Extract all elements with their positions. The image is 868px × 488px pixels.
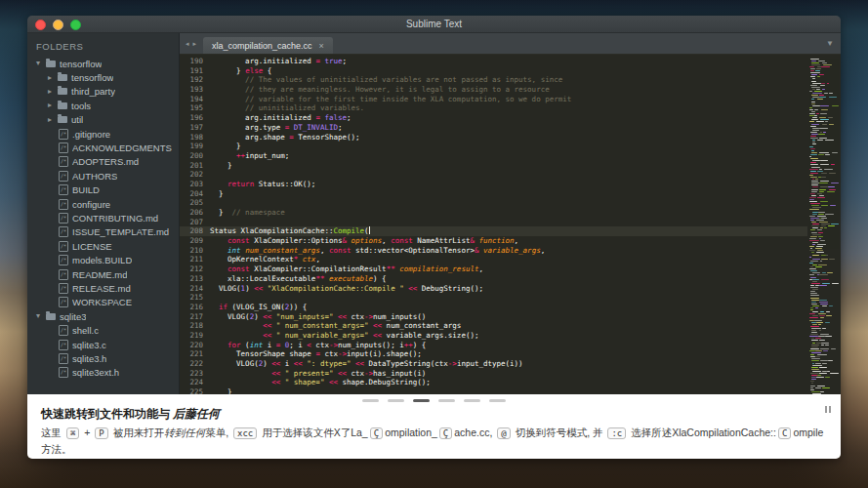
line-text: // The values of uninitialized variables… [210, 75, 562, 85]
code-line-194[interactable]: 194 // variable for the first time insid… [180, 95, 807, 104]
code-line-199[interactable]: 199 } [180, 142, 807, 151]
sidebar-file-BUILD[interactable]: /*BUILD [27, 183, 179, 197]
sidebar-file-WORKSPACE[interactable]: /*WORKSPACE [27, 296, 179, 309]
sidebar-file-models.BUILD[interactable]: /*models.BUILD [27, 253, 179, 266]
sidebar-file-ADOPTERS.md[interactable]: /*ADOPTERS.md [27, 155, 179, 169]
line-number: 210 [180, 246, 210, 256]
line-number: 221 [180, 349, 210, 359]
tutorial-title-emphasis: 后藤任何 [173, 407, 220, 421]
tree-item-label: RELEASE.md [72, 283, 131, 294]
code-line-211[interactable]: 211 OpKernelContext* ctx, [180, 255, 807, 264]
code-line-202[interactable]: 202 [180, 170, 807, 180]
sidebar-file-sqlite3.c[interactable]: /*sqlite3.c [27, 338, 179, 351]
tab-scroll-right-icon[interactable]: ▸ [193, 40, 197, 48]
code-line-190[interactable]: 190 arg.initialized = true; [180, 57, 807, 66]
tab-scroll-left-icon[interactable]: ◂ [186, 40, 189, 48]
code-line-197[interactable]: 197 arg.type = DT_INVALID; [180, 123, 807, 133]
code-line-201[interactable]: 201 } [180, 161, 807, 171]
code-line-209[interactable]: 209 const XlaCompiler::Options& options,… [180, 236, 807, 246]
tab-overflow-icon[interactable]: ▼ [826, 39, 834, 48]
line-number: 190 [180, 57, 210, 66]
file-icon: /* [59, 129, 68, 140]
sidebar-file-sqlite3.h[interactable]: /*sqlite3.h [27, 351, 179, 365]
code-line-195[interactable]: 195 // uninitialized variables. [180, 103, 807, 113]
close-window-button[interactable] [35, 20, 46, 30]
tutorial-text: ompilation_ [385, 427, 437, 438]
slide-dash-0[interactable] [362, 399, 379, 402]
code-line-221[interactable]: 221 TensorShape shape = ctx->input(i).sh… [180, 349, 807, 359]
sidebar-folder-tensorflow[interactable]: ▸tensorflow [27, 70, 179, 84]
line-number: 205 [180, 198, 210, 208]
code-line-204[interactable]: 204 } [180, 189, 807, 199]
tutorial-text: ache.cc, [454, 427, 495, 438]
sidebar-file-shell.c[interactable]: /*shell.c [27, 323, 179, 337]
slide-dash-5[interactable] [489, 399, 506, 402]
code-line-224[interactable]: 224 << " shape=" << shape.DebugString(); [180, 378, 807, 387]
sidebar-folder-third_party[interactable]: ▸third_party [27, 85, 179, 99]
code-line-193[interactable]: 193 // they are meaningless. However, it… [180, 85, 807, 95]
code-line-214[interactable]: 214 VLOG(1) << "XlaCompilationCache::Com… [180, 284, 807, 294]
code-line-206[interactable]: 206 } // namespace [180, 208, 807, 218]
slide-dash-3[interactable] [438, 399, 455, 402]
sidebar-folder-sqlite3[interactable]: ▾sqlite3 [27, 309, 179, 323]
code-line-200[interactable]: 200 ++input_num; [180, 151, 807, 161]
code-line-210[interactable]: 210 int num_constant_args, const std::ve… [180, 246, 807, 256]
code-line-219[interactable]: 219 << " num_variable_args=" << variable… [180, 331, 807, 341]
pause-icon[interactable] [824, 399, 832, 417]
code-line-220[interactable]: 220 for (int i = 0; i < ctx->num_inputs(… [180, 341, 807, 350]
sidebar-file-CONTRIBUTING.md[interactable]: /*CONTRIBUTING.md [27, 211, 179, 224]
key-hint: @ [497, 427, 510, 439]
line-number: 213 [180, 274, 210, 284]
code-line-218[interactable]: 218 << " num_constant_args=" << num_cons… [180, 321, 807, 331]
code-area[interactable]: 190 arg.initialized = true;191 } else {1… [180, 55, 807, 394]
code-line-203[interactable]: 203 return Status::OK(); [180, 180, 807, 189]
code-line-216[interactable]: 216 if (VLOG_IS_ON(2)) { [180, 303, 807, 312]
zoom-window-button[interactable] [70, 20, 81, 30]
code-line-196[interactable]: 196 arg.initialized = false; [180, 113, 807, 123]
sidebar-folder-tools[interactable]: ▸tools [27, 99, 179, 112]
slide-dash-1[interactable] [388, 399, 404, 402]
key-hint: P [95, 427, 107, 439]
line-number: 192 [180, 75, 210, 85]
code-line-217[interactable]: 217 VLOG(2) << "num_inputs=" << ctx->num… [180, 312, 807, 322]
minimize-window-button[interactable] [53, 20, 63, 30]
sidebar-file-configure[interactable]: /*configure [27, 197, 179, 211]
sidebar-file-.gitignore[interactable]: /*.gitignore [27, 127, 179, 141]
sidebar-file-AUTHORS[interactable]: /*AUTHORS [27, 169, 179, 183]
sidebar-folder-tensorflow[interactable]: ▾tensorflow [27, 57, 179, 70]
sidebar-file-README.md[interactable]: /*README.md [27, 267, 179, 281]
sidebar-file-ISSUE_TEMPLATE.md[interactable]: /*ISSUE_TEMPLATE.md [27, 225, 179, 239]
folder-icon [58, 74, 67, 81]
sidebar-file-RELEASE.md[interactable]: /*RELEASE.md [27, 281, 179, 295]
code-line-215[interactable]: 215 [180, 293, 807, 303]
code-line-225[interactable]: 225 } [180, 387, 807, 394]
minimap[interactable] [807, 55, 841, 394]
code-line-213[interactable]: 213 xla::LocalExecutable** executable) { [180, 274, 807, 284]
tree-item-label: README.md [72, 269, 127, 280]
code-line-222[interactable]: 222 VLOG(2) << i << ": dtype=" << DataTy… [180, 359, 807, 369]
slide-dash-2[interactable] [413, 399, 430, 402]
code-line-207[interactable]: 207 [180, 218, 807, 227]
code-line-208[interactable]: 208Status XlaCompilationCache::Compile( [180, 226, 807, 236]
code-line-223[interactable]: 223 << " present=" << ctx->has_input(i) [180, 369, 807, 379]
line-text: } [210, 161, 232, 171]
code-line-191[interactable]: 191 } else { [180, 66, 807, 76]
tree-item-label: ACKNOWLEDGMENTS [72, 142, 172, 153]
tab-close-icon[interactable]: × [319, 41, 324, 51]
code-line-212[interactable]: 212 const XlaCompiler::CompilationResult… [180, 264, 807, 274]
sidebar-file-LICENSE[interactable]: /*LICENSE [27, 239, 179, 253]
code-line-198[interactable]: 198 arg.shape = TensorShape(); [180, 133, 807, 142]
line-text: arg.initialized = false; [210, 113, 351, 123]
tab-xla-compilation-cache[interactable]: xla_compilation_cache.cc × [203, 37, 333, 54]
sidebar-file-sqlite3ext.h[interactable]: /*sqlite3ext.h [27, 366, 179, 380]
tree-item-label: third_party [71, 86, 115, 97]
code-line-205[interactable]: 205 [180, 198, 807, 208]
code-line-192[interactable]: 192 // The values of uninitialized varia… [180, 75, 807, 85]
folders-header: FOLDERS [27, 33, 179, 57]
sidebar-folder-util[interactable]: ▸util [27, 113, 179, 127]
tree-item-label: util [71, 114, 83, 125]
slide-dash-4[interactable] [464, 399, 480, 402]
sidebar-file-ACKNOWLEDGMENTS[interactable]: /*ACKNOWLEDGMENTS [27, 141, 179, 154]
window-titlebar[interactable]: Sublime Text [27, 16, 841, 33]
line-text: arg.initialized = true; [210, 57, 347, 66]
